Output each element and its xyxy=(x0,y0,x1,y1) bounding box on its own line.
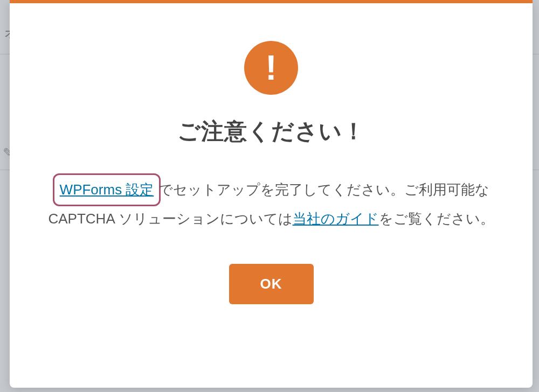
modal-title: ご注意ください！ xyxy=(177,116,365,146)
exclamation-icon: ! xyxy=(265,51,277,85)
wpforms-settings-link[interactable]: WPForms 設定 xyxy=(60,181,154,198)
body-text-2: をご覧ください。 xyxy=(379,211,494,227)
guide-link[interactable]: 当社のガイド xyxy=(293,211,379,227)
link-highlight-box: WPForms 設定 xyxy=(53,173,161,206)
alert-icon: ! xyxy=(244,41,298,95)
ok-button[interactable]: OK xyxy=(229,264,314,304)
alert-modal: ! ご注意ください！ WPForms 設定でセットアップを完了してください。ご利… xyxy=(10,0,533,388)
modal-body-text: WPForms 設定でセットアップを完了してください。ご利用可能な CAPTCH… xyxy=(39,173,503,232)
